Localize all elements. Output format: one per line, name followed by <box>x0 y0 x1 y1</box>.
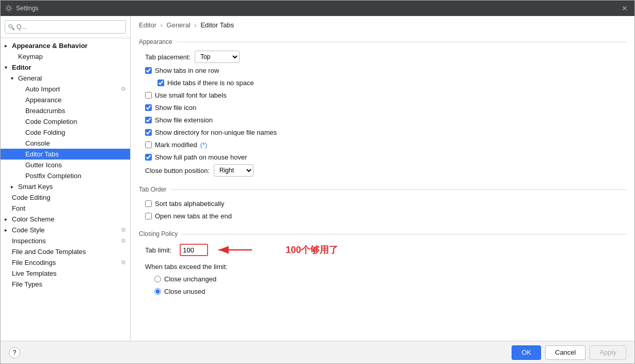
content-area: Editor › General › Editor Tabs Appearanc… <box>131 16 634 341</box>
hide-tabs-no-space-label[interactable]: Hide tabs if there is no space <box>157 79 254 87</box>
bottom-bar: ? OK Cancel Apply <box>1 341 634 363</box>
sidebar-item-label: Editor Tabs <box>25 150 59 158</box>
titlebar: Settings ✕ <box>1 1 634 16</box>
sort-alphabetically-checkbox[interactable] <box>145 200 152 207</box>
search-input[interactable] <box>5 20 126 34</box>
show-file-icon-row: Show file icon <box>139 101 626 114</box>
ok-button[interactable]: OK <box>512 345 541 360</box>
expand-arrow <box>18 97 23 103</box>
cancel-button[interactable]: Cancel <box>545 345 585 360</box>
apply-button[interactable]: Apply <box>590 345 626 360</box>
sidebar-item-label: Live Templates <box>12 270 56 277</box>
breadcrumb: Editor › General › Editor Tabs <box>131 16 634 33</box>
tab-limit-container: Tab limit: <box>139 242 626 258</box>
sidebar-item-color-scheme[interactable]: ▸ Color Scheme <box>1 214 130 225</box>
sidebar-item-keymap[interactable]: Keymap <box>1 51 130 62</box>
show-tabs-one-row-label[interactable]: Show tabs in one row <box>145 67 219 74</box>
tab-limit-input[interactable] <box>180 244 208 256</box>
sidebar-item-editor[interactable]: ▾ Editor <box>1 62 130 73</box>
close-unused-label[interactable]: Close unused <box>154 288 205 295</box>
sidebar-item-label: Appearance & Behavior <box>12 42 88 50</box>
when-exceed-text: When tabs exceed the limit: <box>145 263 228 271</box>
search-icon: 🔍 <box>8 24 15 30</box>
settings-window: Settings ✕ 🔍 ▸ Appearance & Behavior <box>0 0 635 364</box>
sidebar-item-label: Code Style <box>12 226 45 234</box>
show-full-path-checkbox[interactable] <box>145 154 152 161</box>
mark-modified-label[interactable]: Mark modified (*) <box>145 141 207 149</box>
close-button[interactable]: ✕ <box>619 3 630 14</box>
show-directory-checkbox[interactable] <box>145 129 152 136</box>
show-file-extension-label[interactable]: Show file extension <box>145 116 213 124</box>
red-arrow-icon <box>213 242 255 258</box>
show-tabs-one-row-checkbox[interactable] <box>145 67 152 74</box>
tab-placement-row: Tab placement: Top Bottom Left Right Non… <box>139 50 626 64</box>
sidebar-item-auto-import[interactable]: Auto Import ⚙ <box>1 84 130 94</box>
show-file-icon-checkbox[interactable] <box>145 104 152 111</box>
sidebar-item-appearance-behavior[interactable]: ▸ Appearance & Behavior <box>1 40 130 51</box>
hide-tabs-no-space-checkbox[interactable] <box>157 80 164 86</box>
sidebar-item-code-completion[interactable]: Code Completion <box>1 116 130 127</box>
close-unchanged-text: Close unchanged <box>164 275 216 283</box>
sidebar-item-postfix-completion[interactable]: Postfix Completion <box>1 170 130 181</box>
expand-arrow <box>18 140 23 146</box>
sidebar-item-label: Code Folding <box>25 129 65 136</box>
sidebar-tree: ▸ Appearance & Behavior Keymap ▾ Editor … <box>1 38 130 341</box>
show-file-icon-label[interactable]: Show file icon <box>145 104 196 112</box>
use-small-font-label[interactable]: Use small font for labels <box>145 91 227 99</box>
sidebar-item-appearance[interactable]: Appearance <box>1 94 130 105</box>
expand-arrow: ▸ <box>5 227 10 233</box>
sort-alphabetically-text: Sort tabs alphabetically <box>155 200 224 208</box>
sidebar-item-gutter-icons[interactable]: Gutter Icons <box>1 160 130 170</box>
sidebar-item-code-style[interactable]: ▸ Code Style ⚙ <box>1 225 130 235</box>
closing-policy-section: Closing Policy Tab limit: <box>139 230 626 297</box>
sidebar-item-inspections[interactable]: Inspections ⚙ <box>1 235 130 246</box>
sidebar-item-label: Breadcrumbs <box>25 107 65 115</box>
when-exceed-row: When tabs exceed the limit: <box>139 260 626 273</box>
mark-modified-checkbox[interactable] <box>145 141 152 148</box>
breadcrumb-separator: › <box>194 21 198 29</box>
sidebar: 🔍 ▸ Appearance & Behavior Keymap ▾ <box>1 16 131 341</box>
sidebar-item-font[interactable]: Font <box>1 203 130 214</box>
sidebar-item-file-code-templates[interactable]: File and Code Templates <box>1 246 130 257</box>
sidebar-item-code-editing[interactable]: Code Editing <box>1 192 130 203</box>
sidebar-item-file-types[interactable]: File Types <box>1 279 130 290</box>
svg-point-0 <box>7 7 10 10</box>
sidebar-item-console[interactable]: Console <box>1 138 130 149</box>
show-directory-label[interactable]: Show directory for non-unique file names <box>145 129 277 136</box>
expand-arrow <box>5 281 10 287</box>
open-new-at-end-checkbox[interactable] <box>145 213 152 219</box>
expand-arrow <box>5 260 10 265</box>
sidebar-item-code-folding[interactable]: Code Folding <box>1 127 130 138</box>
open-new-at-end-row: Open new tabs at the end <box>139 210 626 222</box>
show-file-extension-checkbox[interactable] <box>145 117 152 123</box>
open-new-at-end-label[interactable]: Open new tabs at the end <box>145 212 232 220</box>
close-unchanged-row: Close unchanged <box>139 273 626 285</box>
expand-arrow <box>18 130 23 135</box>
show-full-path-label[interactable]: Show full path on mouse hover <box>145 153 247 161</box>
tab-placement-select[interactable]: Top Bottom Left Right None <box>195 51 240 63</box>
section-header-closing-policy: Closing Policy <box>139 230 626 238</box>
sort-alphabetically-label[interactable]: Sort tabs alphabetically <box>145 200 224 208</box>
sidebar-item-smart-keys[interactable]: ▸ Smart Keys <box>1 181 130 192</box>
show-directory-row: Show directory for non-unique file names <box>139 126 626 138</box>
close-unused-radio[interactable] <box>154 288 161 295</box>
sidebar-item-general[interactable]: ▾ General <box>1 73 130 84</box>
use-small-font-checkbox[interactable] <box>145 92 152 99</box>
sidebar-item-editor-tabs[interactable]: Editor Tabs <box>1 149 130 160</box>
sidebar-item-breadcrumbs[interactable]: Breadcrumbs <box>1 105 130 116</box>
sidebar-item-live-templates[interactable]: Live Templates <box>1 268 130 279</box>
close-button-position-select[interactable]: Right Left None <box>214 164 253 177</box>
use-small-font-text: Use small font for labels <box>155 91 227 99</box>
expand-arrow: ▸ <box>5 43 10 49</box>
close-unchanged-label[interactable]: Close unchanged <box>154 275 216 283</box>
sidebar-item-label: Editor <box>12 64 31 71</box>
close-unchanged-radio[interactable] <box>154 276 161 282</box>
sidebar-item-label: Color Scheme <box>12 215 54 223</box>
show-full-path-row: Show full path on mouse hover <box>139 151 626 163</box>
sidebar-item-label: Font <box>12 204 25 212</box>
sidebar-item-label: File Types <box>12 280 42 288</box>
sidebar-item-file-encodings[interactable]: File Encodings ⚙ <box>1 257 130 268</box>
help-button[interactable]: ? <box>9 347 20 358</box>
expand-arrow <box>5 249 10 255</box>
tab-limit-label: Tab limit: <box>145 246 171 254</box>
